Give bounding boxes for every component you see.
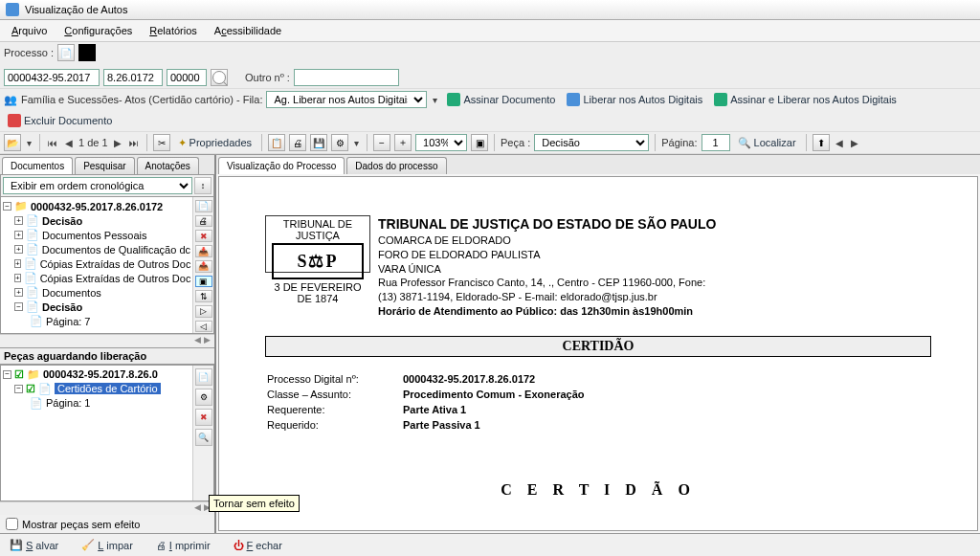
tool-2[interactable]: 🖨 bbox=[195, 215, 212, 228]
expand-icon[interactable]: + bbox=[14, 216, 23, 225]
nav-up-button[interactable]: ⬆ bbox=[813, 134, 830, 151]
document-tree[interactable]: −📁0000432-95.2017.8.26.0172 +📄Decisão +📄… bbox=[1, 197, 192, 333]
tree-item[interactable]: Cópias Extraídas de Outros Doc bbox=[40, 273, 191, 284]
tooltip: Tornar sem efeito bbox=[209, 495, 300, 512]
tab-anotacoes[interactable]: Anotações bbox=[137, 157, 199, 174]
nav-next[interactable]: ▶ bbox=[849, 138, 860, 148]
collapse-icon[interactable]: − bbox=[3, 202, 11, 211]
tool-1[interactable]: 📄 bbox=[195, 200, 212, 212]
checked-icon[interactable]: ☑ bbox=[14, 368, 24, 381]
tree-item[interactable]: Documentos bbox=[42, 287, 101, 299]
sort-tool-1[interactable]: ↕ bbox=[194, 177, 212, 194]
localizar-button[interactable]: 🔍 Localizar bbox=[734, 135, 800, 151]
fechar-button[interactable]: ⏻ Fechar bbox=[230, 537, 286, 553]
page-first[interactable]: ⏮ bbox=[46, 138, 59, 148]
tab-dados[interactable]: Dados do processo bbox=[346, 157, 446, 174]
collapse-icon[interactable]: − bbox=[14, 302, 23, 311]
assinar-documento-button[interactable]: Assinar Documento bbox=[443, 91, 559, 108]
proc-num3-input[interactable] bbox=[167, 69, 207, 86]
tree-root[interactable]: 0000432-95.2017.8.26.0172 bbox=[31, 201, 163, 212]
zoom-select[interactable]: 103% bbox=[415, 134, 467, 151]
tab-pesquisar[interactable]: Pesquisar bbox=[75, 157, 134, 174]
pagina-input[interactable] bbox=[702, 134, 730, 151]
tree-item[interactable]: Cópias Extraídas de Outros Doc bbox=[40, 258, 191, 270]
checked-icon[interactable]: ☑ bbox=[26, 383, 35, 395]
page-icon: 📄 bbox=[30, 315, 43, 327]
show-empty-check[interactable]: Mostrar peças sem efeito bbox=[0, 515, 214, 533]
assinar-liberar-button[interactable]: Assinar e Liberar nos Autos Digitais bbox=[710, 91, 901, 108]
collapse-icon[interactable]: − bbox=[14, 385, 23, 393]
expand-icon[interactable]: + bbox=[14, 274, 21, 282]
expand-icon[interactable]: + bbox=[14, 259, 21, 268]
document-viewer[interactable]: TRIBUNAL DE JUSTIÇA S⚖P 3 DE FEVEREIRO D… bbox=[218, 176, 978, 531]
liberar-autos-button[interactable]: Liberar nos Autos Digitais bbox=[563, 91, 706, 108]
pending-leaf[interactable]: Página: 1 bbox=[46, 397, 90, 409]
peca-select[interactable]: Decisão bbox=[534, 134, 649, 151]
page-prev[interactable]: ◀ bbox=[63, 138, 75, 148]
cut-button[interactable]: ✂ bbox=[153, 134, 170, 151]
proc-stop-icon[interactable] bbox=[78, 44, 96, 61]
tab-documentos[interactable]: Documentos bbox=[2, 157, 73, 174]
pending-root[interactable]: 0000432-95.2017.8.26.0 bbox=[43, 368, 158, 380]
tree-item[interactable]: Documentos de Qualificação dc bbox=[42, 244, 190, 256]
search-icon bbox=[212, 71, 226, 84]
expand-icon[interactable]: + bbox=[14, 245, 23, 254]
salvar-button[interactable]: 💾 SSalvaralvar bbox=[6, 537, 62, 553]
show-empty-checkbox[interactable] bbox=[6, 518, 18, 530]
expand-icon[interactable]: + bbox=[14, 288, 23, 297]
form-button[interactable]: 📋 bbox=[268, 134, 285, 151]
sort-select[interactable]: Exibir em ordem cronológica bbox=[3, 177, 192, 194]
fila-select[interactable]: Ag. Liberar nos Autos Digitais bbox=[266, 91, 427, 108]
tool-7[interactable]: ⇅ bbox=[195, 290, 212, 302]
search-button[interactable] bbox=[211, 69, 228, 86]
proc-flag-icon[interactable]: 📄 bbox=[57, 44, 75, 61]
pending-selected[interactable]: Certidões de Cartório bbox=[55, 383, 161, 394]
pending-scroll[interactable]: ◀ ▶ bbox=[0, 501, 214, 515]
collapse-icon[interactable]: − bbox=[3, 370, 11, 379]
limpar-button[interactable]: 🧹 Limpar bbox=[78, 537, 137, 553]
imprimir-button[interactable]: 🖨 Imprimir bbox=[152, 537, 214, 553]
fit-button[interactable]: ▣ bbox=[471, 134, 488, 151]
options-button[interactable]: ⚙ bbox=[331, 134, 348, 151]
menu-acessibilidade[interactable]: Acessibilidade bbox=[207, 22, 289, 39]
expand-icon[interactable]: + bbox=[14, 231, 23, 239]
ptool-3[interactable]: ✖ bbox=[195, 409, 212, 426]
proc-num1-input[interactable] bbox=[4, 69, 100, 86]
propriedades-button[interactable]: ✦ Propriedades bbox=[174, 135, 256, 151]
page-next[interactable]: ▶ bbox=[112, 138, 123, 148]
outro-input[interactable] bbox=[294, 69, 399, 86]
tool-8[interactable]: ▷ bbox=[195, 305, 212, 318]
tool-5[interactable]: 📤 bbox=[195, 260, 212, 273]
pending-tree[interactable]: −☑📁0000432-95.2017.8.26.0 −☑📄Certidões d… bbox=[1, 366, 192, 501]
zoom-in-button[interactable]: ＋ bbox=[394, 134, 412, 151]
tree-item[interactable]: Documentos Pessoais bbox=[42, 230, 146, 241]
tool-6[interactable]: ▣ bbox=[195, 276, 212, 288]
save-button[interactable]: 💾 bbox=[310, 134, 327, 151]
tool-3[interactable]: ✖ bbox=[195, 230, 212, 242]
menu-config[interactable]: Configurações bbox=[56, 22, 140, 39]
ptool-1[interactable]: 📄 bbox=[195, 368, 212, 386]
open-folder-button[interactable]: 📂 bbox=[4, 134, 21, 151]
tree-item[interactable]: Decisão bbox=[42, 301, 82, 313]
tool-4[interactable]: 📥 bbox=[195, 245, 212, 257]
menu-arquivo[interactable]: AArquivorquivo bbox=[4, 22, 55, 39]
print-button[interactable]: 🖨 bbox=[289, 134, 306, 151]
nav-prev[interactable]: ◀ bbox=[834, 138, 845, 148]
proc-num2-input[interactable] bbox=[103, 69, 163, 86]
zoom-out-button[interactable]: − bbox=[373, 134, 390, 151]
tree-scroll[interactable]: ◀ ▶ bbox=[0, 334, 214, 347]
menu-relatorios[interactable]: Relatórios bbox=[142, 22, 205, 39]
delete-icon bbox=[8, 114, 21, 127]
tool-9[interactable]: ◁ bbox=[195, 321, 212, 333]
tree-item[interactable]: Decisão bbox=[42, 215, 82, 227]
open-dropdown[interactable]: ▾ bbox=[25, 138, 33, 148]
ptool-2[interactable]: ⚙ bbox=[195, 389, 212, 406]
excluir-documento-button[interactable]: Excluir Documento bbox=[4, 112, 116, 129]
ptool-4[interactable]: 🔍 bbox=[195, 429, 212, 446]
options-dd[interactable]: ▾ bbox=[352, 138, 361, 148]
fila-dropdown-icon[interactable]: ▾ bbox=[431, 95, 439, 105]
pending-header: Peças aguardando liberação bbox=[0, 347, 214, 365]
tab-visualizacao[interactable]: Visualização do Processo bbox=[218, 157, 345, 174]
tree-leaf[interactable]: Página: 7 bbox=[46, 316, 90, 327]
page-last[interactable]: ⏭ bbox=[127, 138, 141, 148]
